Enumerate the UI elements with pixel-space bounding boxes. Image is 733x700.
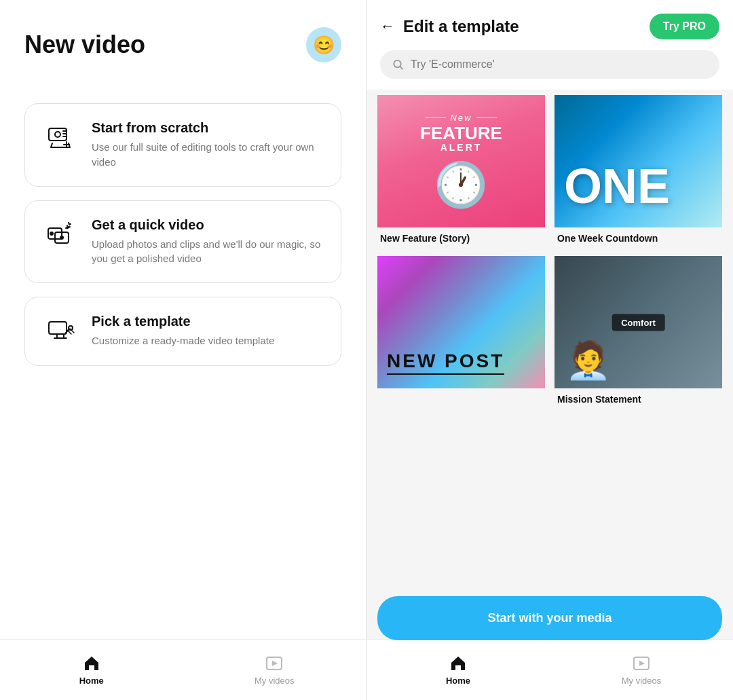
feature-title: FEATURE [420,124,502,142]
avatar[interactable]: 😊 [306,27,341,62]
start-from-scratch-card[interactable]: Start from scratch Use our full suite of… [24,103,341,187]
template-desc: Customize a ready-made video template [92,333,274,348]
right-bottom-nav: Home My videos [366,639,733,700]
person-icon: 🧑‍💼 [565,339,611,382]
feature-sub: ALERT [420,142,502,153]
left-myvideos-nav-item[interactable]: My videos [183,654,366,686]
template-card-mission[interactable]: 🧑‍💼 Comfort Mission Statement [555,256,722,407]
template-card-new-feature[interactable]: New FEATURE ALERT 🕐 New Feature (Story) [377,95,545,246]
template-card-new-post[interactable]: NEW POST [377,256,545,407]
thumb-mission: 🧑‍💼 Comfort [555,256,722,388]
label-mission: Mission Statement [555,388,722,407]
feature-new-text: New [420,113,502,123]
page-title: New video [24,31,145,59]
template-card-one-week[interactable]: ONE One Week Countdown [555,95,722,246]
myvideos-icon-right [632,654,651,673]
comfort-badge: Comfort [612,314,665,331]
home-icon-left [82,654,101,673]
editor-icon [43,120,78,155]
start-media-button[interactable]: Start with your media [377,596,722,640]
label-one-week: One Week Countdown [555,227,722,246]
left-home-label: Home [79,676,104,686]
left-myvideos-label: My videos [255,676,295,686]
magic-icon [43,217,78,253]
svg-point-1 [55,132,60,137]
template-icon [43,314,78,349]
try-pro-button[interactable]: Try PRO [650,14,719,39]
back-button[interactable]: ← [380,19,395,34]
left-home-nav-item[interactable]: Home [0,654,183,686]
svg-point-5 [60,236,63,239]
ocean-text: ONE [564,158,670,214]
quick-desc: Upload photos and clips and we'll do our… [92,237,323,267]
thumb-one-week: ONE [555,95,722,227]
template-title: Pick a template [92,314,274,329]
search-wrapper [380,50,719,79]
search-icon [392,58,404,71]
right-header: ← Edit a template Try PRO [366,0,733,50]
scratch-desc: Use our full suite of editing tools to c… [92,140,323,170]
options-container: Start from scratch Use our full suite of… [0,76,366,639]
label-new-post [377,388,545,397]
pick-template-card[interactable]: Pick a template Customize a ready-made v… [24,297,341,366]
quick-card-text: Get a quick video Upload photos and clip… [92,217,323,267]
template-card-text: Pick a template Customize a ready-made v… [92,314,274,348]
clock-emoji: 🕐 [420,160,502,210]
right-home-label: Home [446,676,470,686]
search-bar-container [366,50,733,90]
thumb-new-post: NEW POST [377,256,545,388]
newpost-text: NEW POST [387,350,504,375]
start-media-bar: Start with your media [377,596,722,640]
svg-marker-12 [639,661,645,666]
myvideos-icon-left [265,654,284,673]
left-header: New video 😊 [0,0,366,76]
pink-content: New FEATURE ALERT 🕐 [420,113,502,210]
home-icon-right [449,654,468,673]
right-home-nav-item[interactable]: Home [366,654,550,686]
label-new-feature: New Feature (Story) [377,227,545,246]
search-input[interactable] [411,58,707,71]
right-myvideos-nav-item[interactable]: My videos [550,654,733,686]
svg-rect-6 [49,322,67,334]
scratch-title: Start from scratch [92,120,323,136]
quick-video-card[interactable]: Get a quick video Upload photos and clip… [24,200,341,284]
left-bottom-nav: Home My videos [0,639,366,700]
quick-title: Get a quick video [92,217,323,233]
right-myvideos-label: My videos [622,676,662,686]
right-panel-title: Edit a template [403,17,641,36]
scratch-card-text: Start from scratch Use our full suite of… [92,120,323,170]
svg-marker-9 [272,661,278,666]
right-panel: ← Edit a template Try PRO New FEATURE AL… [366,0,733,700]
left-panel: New video 😊 Start from scratch Use our f… [0,0,366,700]
avatar-emoji: 😊 [313,35,335,56]
svg-point-4 [50,232,53,235]
thumb-new-feature: New FEATURE ALERT 🕐 [377,95,545,227]
